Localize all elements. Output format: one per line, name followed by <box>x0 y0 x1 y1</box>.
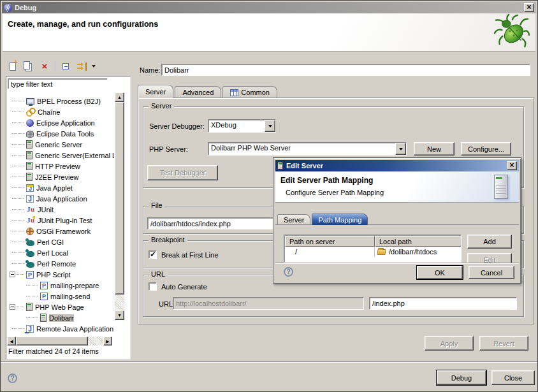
dialog-tab-server[interactable]: Server <box>277 214 310 225</box>
filter-menu-caret-icon[interactable] <box>92 65 96 68</box>
tree-item[interactable]: Chaîne <box>7 106 114 117</box>
close-button[interactable]: Close <box>491 370 535 385</box>
server-debugger-select[interactable]: XDebug <box>208 119 276 133</box>
tree-item[interactable]: Generic Server <box>7 139 114 150</box>
header-banner: Create, manage, and run configurations <box>3 13 535 52</box>
url-base-input[interactable] <box>173 297 364 310</box>
configure-button[interactable]: Configure... <box>461 142 511 156</box>
tree-item-label: Perl Remote <box>37 260 76 268</box>
tree-item[interactable]: Generic Server(External La <box>7 150 114 161</box>
tree-item[interactable]: HTTP Preview <box>7 161 114 171</box>
tree-item-label: Generic Server <box>35 141 82 149</box>
dialog-tabs: ServerPath Mapping <box>277 213 369 225</box>
tree-item[interactable]: Java Application <box>7 193 114 204</box>
vertical-scrollbar-track[interactable] <box>115 294 124 310</box>
new-server-button[interactable]: New <box>414 142 454 156</box>
perl-icon <box>26 262 34 268</box>
tree-item-label: OSGi Framework <box>36 228 91 235</box>
tree-item[interactable]: Remote Java Application <box>7 323 114 334</box>
server-icon <box>40 314 47 322</box>
file-group-legend: File <box>149 201 165 209</box>
table-row-local-path[interactable]: /dolibarr/htdocs <box>375 247 462 257</box>
horizontal-scrollbar-track[interactable] <box>88 337 103 345</box>
php-script-icon <box>26 271 34 279</box>
tree-item[interactable]: PHP Web Page <box>7 301 114 312</box>
tree-item[interactable]: Java Applet <box>7 182 114 193</box>
column-header[interactable]: Local path <box>375 236 462 247</box>
php-server-select[interactable]: Dolibarr PHP Web Server <box>208 142 407 156</box>
server-group-legend: Server <box>149 102 174 110</box>
collapse-expander-icon[interactable] <box>10 304 15 310</box>
tree-item-label: Eclipse Data Tools <box>36 130 94 138</box>
horizontal-scrollbar-thumb[interactable] <box>16 337 88 345</box>
scroll-up-icon[interactable]: ▲ <box>115 92 124 102</box>
dialog-help-icon[interactable] <box>284 267 293 277</box>
collapse-all-icon[interactable] <box>60 61 71 72</box>
tree-item[interactable]: mailing-send <box>7 291 114 301</box>
duplicate-config-icon[interactable] <box>23 61 34 72</box>
tab-advanced[interactable]: Advanced <box>175 86 221 98</box>
tree-item-label: Remote Java Application <box>36 325 113 333</box>
tree-item[interactable]: Eclipse Application <box>7 117 114 128</box>
name-input[interactable] <box>161 64 530 76</box>
tab-common[interactable]: Common <box>222 86 277 98</box>
filter-input[interactable] <box>8 78 108 89</box>
tree-item[interactable]: BPEL Process (B2J) <box>7 96 114 106</box>
dialog-close-icon[interactable]: × <box>507 161 517 170</box>
tree-item[interactable]: JUnit <box>7 204 114 215</box>
php-server-label: PHP Server: <box>149 145 188 153</box>
tree-item[interactable]: mailing-prepare <box>7 280 114 291</box>
new-config-icon[interactable]: + <box>7 61 18 72</box>
scroll-down-icon[interactable]: ▼ <box>115 310 124 320</box>
eclipse-logo-icon <box>4 4 12 12</box>
name-label: Name: <box>140 66 160 74</box>
tree-item[interactable]: JUnit Plug-in Test <box>7 215 114 226</box>
close-icon[interactable]: × <box>524 3 534 12</box>
tree-item[interactable]: J2EE Preview <box>7 171 114 182</box>
apply-button[interactable]: Apply <box>425 336 474 351</box>
vertical-scrollbar-thumb[interactable] <box>115 102 124 294</box>
table-row-server-path[interactable]: / <box>285 247 375 257</box>
tree-item[interactable]: Perl CGI <box>7 236 114 247</box>
url-path-input[interactable] <box>369 297 517 310</box>
tree-item[interactable]: Perl Remote <box>7 258 114 269</box>
tree-item[interactable]: OSGi Framework <box>7 226 114 236</box>
debug-configurations-window: Debug × Create, manage, and run configur… <box>0 0 538 392</box>
ok-button[interactable]: OK <box>417 266 463 279</box>
dialog-tab-path-mapping[interactable]: Path Mapping <box>312 214 368 225</box>
break-first-line-label: Break at First Line <box>161 251 218 259</box>
debug-button[interactable]: Debug <box>437 370 486 385</box>
scroll-right-icon[interactable]: ▶ <box>103 337 112 345</box>
tree-item[interactable]: PHP Script <box>7 269 114 280</box>
scroll-left-icon[interactable]: ◀ <box>7 337 16 345</box>
chevron-down-icon[interactable] <box>395 143 406 155</box>
chevron-down-icon[interactable] <box>265 120 275 132</box>
revert-button[interactable]: Revert <box>479 336 528 351</box>
tree-item-label: BPEL Process (B2J) <box>37 98 101 105</box>
test-debugger-button[interactable]: Test Debugger <box>147 165 218 180</box>
delete-config-icon[interactable]: × <box>39 61 50 72</box>
auto-generate-checkbox[interactable] <box>149 282 157 291</box>
tree-item-label: JUnit <box>38 206 54 214</box>
add-mapping-button[interactable]: Add <box>467 235 512 249</box>
folder-icon <box>377 249 386 255</box>
tab-server[interactable]: Server <box>138 85 173 98</box>
collapse-expander-icon[interactable] <box>10 272 15 277</box>
filter-config-icon[interactable] <box>76 61 87 72</box>
tree-item[interactable]: Eclipse Data Tools <box>7 128 114 139</box>
url-group-legend: URL <box>149 270 168 278</box>
config-tabs: ServerAdvancedCommon <box>138 84 279 98</box>
perl-icon <box>26 251 34 257</box>
footer-separator <box>1 361 538 363</box>
tree-item-label: J2EE Preview <box>35 173 78 181</box>
help-icon[interactable] <box>8 374 17 383</box>
perl-icon <box>26 240 34 246</box>
tree-item[interactable]: Dolibarr <box>7 312 114 323</box>
cancel-button[interactable]: Cancel <box>469 266 514 279</box>
tab-label: Common <box>241 89 270 96</box>
dialog-header: Edit Server Path Mapping Configure Serve… <box>275 171 519 203</box>
tree-item-label: mailing-send <box>50 293 90 300</box>
break-first-line-checkbox[interactable] <box>149 250 157 259</box>
tree-item[interactable]: Perl Local <box>7 247 114 258</box>
column-header[interactable]: Path on server <box>285 236 375 247</box>
